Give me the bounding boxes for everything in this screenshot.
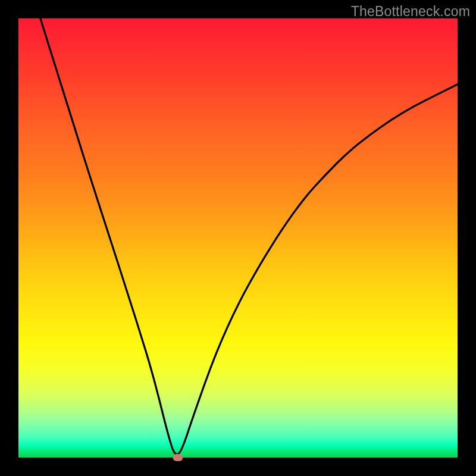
chart-frame: TheBottleneck.com	[0, 0, 476, 476]
watermark-text: TheBottleneck.com	[351, 4, 470, 20]
bottleneck-curve	[18, 18, 458, 458]
optimal-point-marker	[173, 454, 183, 461]
curve-path	[40, 18, 458, 455]
plot-area	[18, 18, 458, 458]
